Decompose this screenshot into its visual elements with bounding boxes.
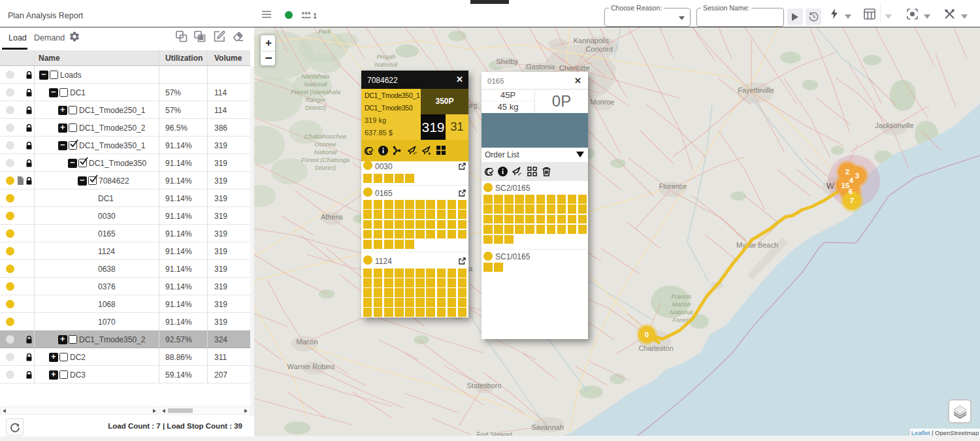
svg-text:District): District) [305, 104, 326, 111]
svg-text:Concord: Concord [585, 45, 613, 53]
svg-text:Macon: Macon [296, 338, 318, 346]
svg-text:Fayetteville: Fayetteville [738, 86, 774, 94]
svg-text:Kannapolis: Kannapolis [574, 37, 610, 44]
svg-text:Marion: Marion [672, 301, 691, 308]
svg-text:2: 2 [845, 168, 849, 176]
svg-text:Ranger: Ranger [305, 96, 326, 103]
svg-text:7: 7 [850, 197, 854, 204]
svg-text:National: National [375, 61, 399, 68]
svg-text:Jacksonville: Jacksonville [875, 122, 913, 129]
svg-text:6: 6 [849, 188, 853, 195]
svg-text:National: National [304, 80, 328, 88]
svg-text:National: National [670, 308, 694, 316]
svg-text:Nantahala: Nantahala [301, 73, 329, 80]
svg-text:3: 3 [855, 172, 859, 180]
svg-text:Athens: Athens [321, 213, 344, 221]
svg-text:Florence: Florence [659, 182, 687, 190]
svg-text:0: 0 [645, 331, 649, 338]
svg-text:Francis: Francis [671, 293, 691, 300]
svg-text:Statesboro: Statesboro [466, 382, 501, 389]
svg-text:Charleston: Charleston [638, 344, 673, 352]
svg-text:4: 4 [849, 176, 854, 184]
svg-text:Gastonia: Gastonia [526, 63, 555, 71]
svg-text:Myrtle Beach: Myrtle Beach [736, 241, 778, 249]
svg-text:Savannah: Savannah [531, 423, 564, 431]
svg-text:Fort Stewart: Fort Stewart [477, 431, 513, 436]
svg-text:Shelby: Shelby [496, 57, 518, 65]
svg-text:Oconee: Oconee [314, 140, 336, 148]
svg-text:Warner Robins: Warner Robins [287, 363, 335, 370]
svg-text:Monroe: Monroe [590, 98, 614, 106]
svg-text:Park: Park [318, 27, 332, 35]
svg-text:Pisgah: Pisgah [376, 53, 395, 60]
svg-text:Charlotte: Charlotte [559, 64, 590, 72]
svg-text:Forest (Chatooga: Forest (Chatooga [301, 156, 350, 163]
svg-text:District): District) [315, 164, 336, 171]
svg-text:National: National [314, 148, 338, 155]
svg-text:Chattahoochee: Chattahoochee [304, 133, 346, 140]
svg-text:Forest (Nantahala: Forest (Nantahala [291, 88, 340, 95]
